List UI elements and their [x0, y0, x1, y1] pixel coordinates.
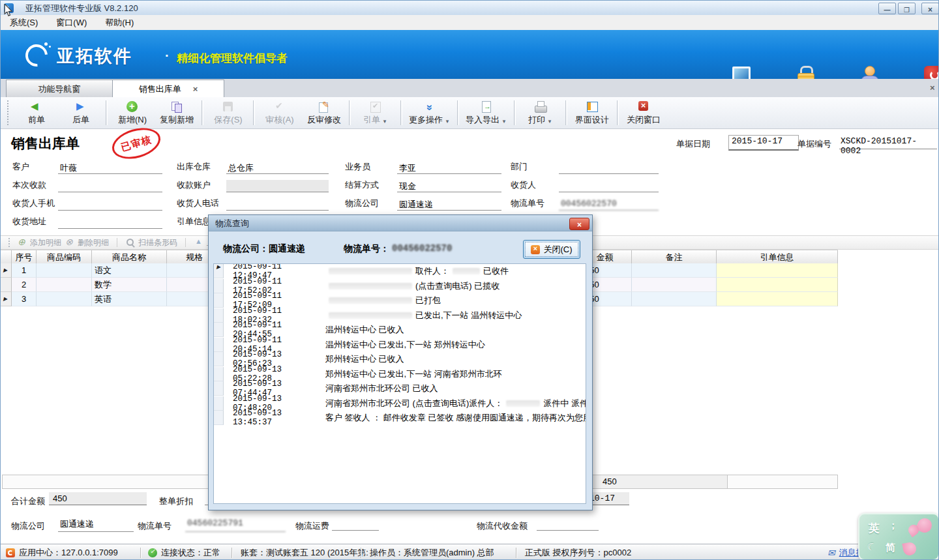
row-selector-cell[interactable]	[214, 264, 224, 278]
col-name-header[interactable]: 商品名称	[92, 250, 167, 264]
menu-item[interactable]: 窗口(W)	[47, 15, 96, 30]
maximize-icon[interactable]	[898, 3, 916, 14]
tabstrip-close-icon[interactable]	[930, 81, 935, 93]
toolbar-button[interactable]	[201, 100, 203, 125]
row-selector-cell[interactable]	[214, 308, 224, 323]
event-description: 郑州转运中心 已收入	[325, 353, 404, 365]
toolbar-button[interactable]	[514, 100, 516, 125]
col-pullinfo-header[interactable]: 引单信息	[717, 250, 838, 264]
ship-tracking-field[interactable]: 04560225791	[185, 517, 286, 532]
col-note-header[interactable]: 备注	[632, 250, 717, 264]
row-selector-cell[interactable]	[214, 323, 224, 337]
settlement-field[interactable]: 现金	[397, 180, 501, 192]
ime-status-widget[interactable]: 英 ； ☽ 简	[858, 513, 939, 560]
toolbar-button[interactable]: 关闭窗口	[621, 99, 666, 127]
ime-language-toggle[interactable]: 英	[869, 521, 880, 536]
toolbar-button[interactable]	[349, 100, 351, 125]
sum-total-field: 450	[49, 492, 147, 505]
document-tabstrip: 功能导航窗 销售出库单	[1, 79, 939, 98]
tab-close-icon[interactable]	[193, 84, 198, 94]
delete-detail-button[interactable]: 删除明细	[65, 237, 109, 248]
ime-charset-toggle[interactable]: 简	[886, 542, 895, 554]
redacted-text	[506, 400, 540, 407]
row-selector-cell[interactable]	[1, 263, 12, 278]
logistics-company-field[interactable]: 圆通速递	[397, 198, 501, 211]
toolbar-button[interactable]	[400, 100, 402, 125]
toolbar-button[interactable]: 后单	[59, 99, 103, 127]
dialog-titlebar[interactable]: 物流查询	[209, 215, 592, 231]
col-seq-header[interactable]: 序号	[12, 250, 37, 264]
row-selector-cell[interactable]	[214, 352, 224, 366]
freight-field[interactable]	[332, 517, 379, 531]
tracking-no-field[interactable]: 00456022570	[559, 198, 659, 211]
toolbar-button[interactable]: 界面设计	[570, 99, 614, 127]
toolbar-button[interactable]: 反审修改	[302, 99, 346, 127]
row-selector-cell[interactable]	[214, 381, 224, 396]
toolbar-button[interactable]: 复制新增	[155, 99, 199, 127]
window-title: 亚拓管理软件专业版 V8.2.120	[25, 3, 138, 14]
toolbar-button[interactable]	[457, 100, 459, 125]
cell-seq: 1	[12, 263, 37, 278]
menu-item[interactable]: 帮助(H)	[96, 15, 143, 30]
row-selector-cell[interactable]	[214, 367, 224, 381]
customer-field[interactable]: 叶薇	[58, 162, 162, 174]
cell-seq: 2	[12, 278, 37, 292]
payment-field[interactable]	[58, 180, 162, 192]
ship-company-field[interactable]: 圆通速递	[58, 517, 134, 532]
warehouse-field[interactable]: 总仓库	[226, 162, 329, 174]
toolbar-button[interactable]	[565, 100, 567, 125]
row-selector-cell[interactable]	[214, 293, 224, 308]
row-selector-cell[interactable]	[214, 279, 224, 293]
receiver-mobile-field[interactable]	[58, 198, 162, 211]
toolbar-button[interactable]: 新增(N)	[110, 99, 155, 127]
close-window-icon[interactable]	[921, 3, 939, 14]
green-check-icon	[148, 548, 157, 557]
row-selector-cell[interactable]	[214, 396, 224, 411]
row-selector-cell[interactable]	[1, 278, 12, 292]
toolbar-button[interactable]: 保存(S)	[206, 99, 250, 127]
cod-amount-field[interactable]	[537, 517, 599, 531]
toolbar-button[interactable]: 更多操作	[405, 99, 455, 127]
menu-item[interactable]: 系统(S)	[1, 15, 47, 30]
toolbar-button[interactable]: 导入导出	[462, 99, 511, 127]
row-selector-cell[interactable]	[214, 411, 224, 425]
add-detail-button[interactable]: 添加明细	[18, 237, 61, 248]
toolbar-button[interactable]	[106, 100, 108, 125]
account-field[interactable]	[226, 180, 329, 192]
col-code-header[interactable]: 商品编码	[37, 250, 92, 264]
scan-barcode-button[interactable]: 扫描条形码	[126, 237, 177, 248]
ime-punctuation-toggle[interactable]: ；	[888, 520, 898, 532]
dialog-close-button[interactable]: 关闭(C)	[523, 240, 580, 259]
salesman-field[interactable]: 李亚	[397, 162, 501, 174]
chevron-down-icon[interactable]	[381, 114, 388, 126]
toolbar-button[interactable]	[617, 100, 619, 125]
envelope-icon	[827, 548, 835, 558]
department-field[interactable]	[559, 162, 659, 174]
toolbar-button[interactable]: 打印	[518, 99, 563, 127]
chevron-down-icon[interactable]	[444, 114, 451, 126]
sum-total-label: 合计金额	[11, 495, 45, 507]
status-operator: 操作员：系统管理员(admin) 总部	[370, 544, 494, 560]
doc-date-field[interactable]: 2015-10-17	[728, 135, 799, 151]
tracking-event-row[interactable]: 2015-09-13 13:45:37 客户 签收人 ： 邮件收发章 已签收 感…	[214, 411, 586, 426]
discount-label: 整单折扣	[159, 495, 193, 507]
cell-name: 语文	[92, 263, 167, 278]
toolbar-button[interactable]: 前单	[14, 99, 59, 127]
row-selector-cell[interactable]	[1, 292, 12, 306]
tab-sales-outbound[interactable]: 销售出库单	[112, 80, 224, 98]
moon-icon[interactable]: ☽	[865, 539, 878, 553]
receiver-phone-field[interactable]	[226, 198, 329, 211]
toolbar-button[interactable]	[253, 100, 255, 125]
delete-detail-icon	[65, 238, 75, 248]
address-field[interactable]	[58, 216, 162, 229]
chevron-down-icon[interactable]	[546, 114, 553, 126]
row-selector-cell[interactable]	[214, 338, 224, 352]
chevron-down-icon[interactable]	[501, 114, 507, 126]
tab-function-navigator[interactable]: 功能导航窗	[6, 80, 113, 98]
toolbar-button-icon	[272, 100, 288, 113]
minimize-icon[interactable]	[878, 3, 896, 14]
receiver-field[interactable]	[559, 180, 659, 192]
dialog-close-icon[interactable]	[569, 218, 589, 230]
toolbar-button[interactable]: 审核(A)	[258, 99, 302, 127]
toolbar-button[interactable]: 引单	[353, 99, 398, 127]
